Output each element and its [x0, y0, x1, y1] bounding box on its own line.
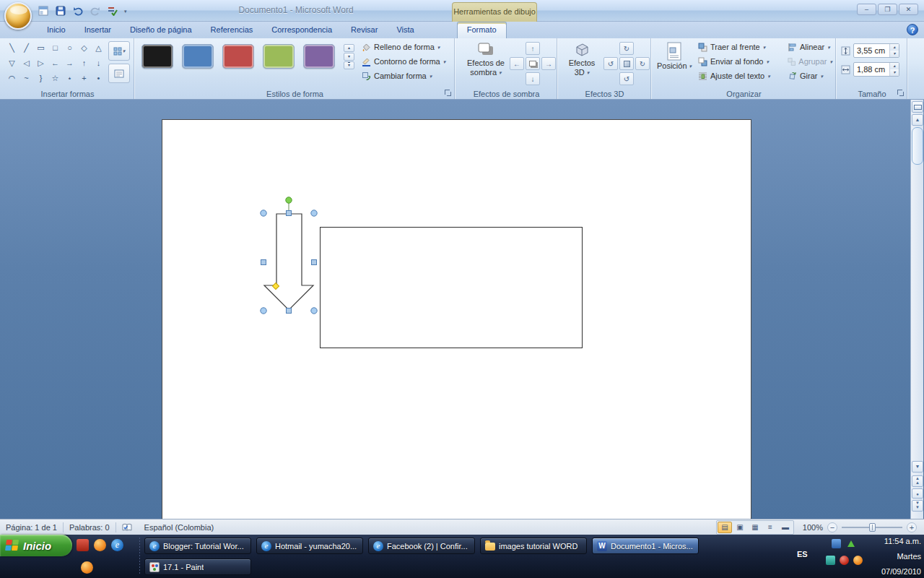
shape-gallery-icon[interactable]: →	[63, 56, 77, 70]
shape-gallery-icon[interactable]: ◁	[19, 56, 33, 70]
style-gallery-down-icon[interactable]	[344, 53, 354, 61]
scroll-up-button[interactable]	[912, 114, 923, 126]
selection-handle[interactable]	[261, 210, 266, 216]
ribbon-tab[interactable]: Insertar	[75, 22, 121, 38]
shape-gallery-icon[interactable]: ╱	[19, 40, 33, 55]
text-box-button[interactable]	[108, 64, 130, 83]
shape-gallery-icon[interactable]: ◠	[5, 71, 19, 85]
shape-style-swatch[interactable]	[182, 44, 214, 69]
minimize-button[interactable]: –	[857, 4, 876, 15]
tray-display-icon[interactable]	[826, 556, 835, 565]
scrollbar-thumb[interactable]	[912, 127, 923, 165]
change-shape-button[interactable]: Cambiar forma	[359, 69, 452, 83]
shape-gallery-icon[interactable]: ○	[63, 40, 77, 55]
tray-app-icon[interactable]	[853, 556, 863, 565]
shape-gallery-icon[interactable]: ▷	[34, 56, 48, 70]
3d-tilt-button[interactable]: ↻	[619, 42, 634, 55]
shape-width-input[interactable]: 1,88 cm	[853, 62, 899, 77]
clock[interactable]: 11:54 a.m. Martes 07/09/2010	[868, 537, 921, 576]
help-button[interactable]: ?	[907, 24, 918, 35]
send-to-back-button[interactable]: Enviar al fondo	[696, 54, 783, 69]
language-indicator[interactable]: Español (Colombia)	[139, 523, 220, 532]
ruler-toggle-button[interactable]	[912, 101, 923, 113]
shape-gallery-icon[interactable]: ▭	[34, 40, 48, 55]
shape-fill-button[interactable]: Relleno de forma	[359, 40, 452, 54]
taskbar-window-button[interactable]: Hotmail - yumacha20...	[256, 538, 363, 554]
align-button[interactable]: Alinear	[785, 40, 834, 54]
quick-launch-ie-icon[interactable]	[111, 539, 123, 551]
style-gallery-more-icon[interactable]	[344, 61, 354, 69]
view-mode-button[interactable]: ▣	[733, 522, 747, 533]
tray-shield-icon[interactable]	[832, 539, 841, 548]
dialog-launcher-icon[interactable]	[897, 89, 905, 97]
rectangle-shape[interactable]	[321, 228, 583, 348]
ribbon-tab[interactable]: Diseño de página	[121, 22, 201, 38]
zoom-slider[interactable]	[842, 522, 902, 532]
quick-launch-firefox-icon[interactable]	[81, 561, 93, 574]
height-up-icon[interactable]	[890, 44, 899, 51]
shadow-nudge-button[interactable]: ←	[510, 57, 524, 70]
qat-dropdown-icon[interactable]	[124, 4, 127, 17]
previous-page-button[interactable]	[912, 475, 923, 487]
ribbon-tab[interactable]: Vista	[387, 22, 423, 38]
more-shapes-button[interactable]	[108, 41, 130, 61]
taskbar-window-button[interactable]: images tutorial WORD	[480, 538, 587, 554]
shadow-nudge-button[interactable]: ↓	[526, 72, 540, 85]
selection-handle[interactable]	[261, 260, 266, 265]
3d-tilt-button[interactable]: ↺	[603, 57, 618, 70]
shape-gallery-icon[interactable]: ↑	[77, 56, 91, 70]
tray-update-icon[interactable]	[846, 539, 855, 548]
shape-gallery-icon[interactable]: ↓	[92, 56, 105, 70]
rotate-button[interactable]: Girar	[785, 69, 834, 83]
taskbar-window-button[interactable]: Documento1 - Micros...	[592, 538, 699, 554]
redo-icon[interactable]	[88, 4, 103, 18]
office-button[interactable]	[4, 2, 32, 30]
rotation-handle[interactable]	[286, 197, 292, 203]
selection-handle[interactable]	[311, 210, 317, 216]
page-indicator[interactable]: Página: 1 de 1	[0, 523, 63, 532]
dialog-launcher-icon[interactable]	[444, 89, 452, 97]
3d-toggle-button[interactable]	[619, 57, 634, 70]
selection-handle[interactable]	[287, 309, 292, 314]
quick-launch-reader-icon[interactable]	[77, 539, 89, 551]
shape-gallery-icon[interactable]: }	[34, 71, 48, 85]
undo-icon[interactable]	[71, 4, 85, 18]
taskbar-window-button[interactable]: 17.1 - Paint	[144, 558, 251, 575]
language-bar[interactable]: ES	[797, 550, 808, 558]
shape-gallery-icon[interactable]: ◇	[77, 40, 91, 55]
ribbon-tab[interactable]: Inicio	[38, 22, 75, 38]
shape-outline-button[interactable]: Contorno de forma	[359, 54, 452, 69]
shadow-toggle-button[interactable]	[526, 57, 540, 70]
selection-handle[interactable]	[287, 211, 292, 216]
ribbon-tab[interactable]: Referencias	[201, 22, 263, 38]
shape-style-swatch[interactable]	[303, 44, 335, 69]
shadow-nudge-button[interactable]: ↑	[526, 42, 540, 55]
view-mode-button[interactable]: ▬	[778, 522, 793, 533]
height-down-icon[interactable]	[890, 51, 899, 57]
shape-gallery-icon[interactable]: ←	[48, 56, 62, 70]
start-button[interactable]: Inicio	[0, 535, 72, 556]
quick-launch-browser-icon[interactable]	[94, 539, 106, 551]
next-page-button[interactable]	[912, 500, 923, 512]
spelling-icon[interactable]	[105, 4, 120, 18]
zoom-level[interactable]: 100%	[798, 523, 823, 532]
shape-gallery-icon[interactable]: ~	[19, 71, 33, 85]
text-wrap-button[interactable]: Ajuste del texto	[696, 69, 783, 83]
view-mode-button[interactable]: ▦	[748, 522, 762, 533]
down-arrow-shape[interactable]	[264, 214, 313, 310]
vertical-scrollbar[interactable]	[910, 100, 923, 519]
shape-style-swatch[interactable]	[263, 44, 295, 69]
width-up-icon[interactable]	[890, 63, 899, 69]
width-down-icon[interactable]	[890, 69, 899, 76]
taskbar-window-button[interactable]: Blogger: Tutorial Wor...	[144, 538, 251, 554]
shape-gallery-icon[interactable]: ▽	[5, 56, 19, 70]
shadow-effects-button[interactable]: Efectos de sombra	[465, 40, 507, 77]
save-icon[interactable]	[53, 4, 68, 18]
ribbon-tab[interactable]: Formato	[457, 22, 507, 38]
close-button[interactable]: ✕	[899, 4, 918, 15]
3d-tilt-button[interactable]: ↺	[619, 72, 634, 85]
zoom-out-button[interactable]: −	[827, 522, 837, 532]
position-button[interactable]: Posición	[655, 40, 693, 71]
3d-tilt-button[interactable]: ↻	[635, 57, 650, 70]
zoom-in-button[interactable]: +	[907, 522, 917, 532]
